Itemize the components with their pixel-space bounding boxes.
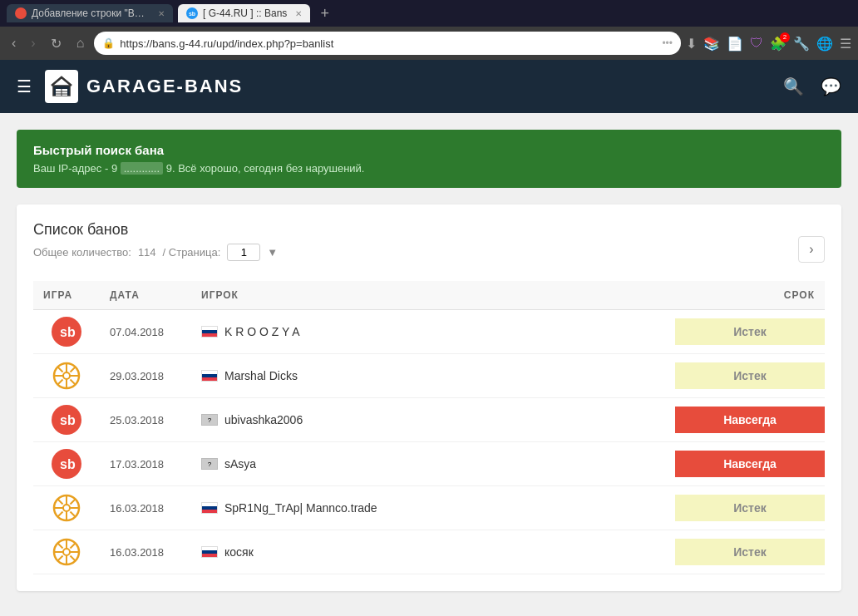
date-cell: 16.03.2018 [100,530,191,574]
game-cell: sb [33,398,100,442]
table-row[interactable]: sb 25.03.2018 ? ubivashka2006 Навсегда [33,398,825,442]
addon-icon[interactable]: 🧩2 [770,36,786,52]
chat-icon[interactable]: 💬 [821,76,841,96]
player-info: K R O O Z Y A [201,325,665,338]
tab-icon-1 [15,7,27,19]
svg-line-36 [71,544,76,549]
table-row[interactable]: sb 17.03.2018 ? sAsya Навсегда [33,442,825,486]
card-meta: Общее количество: 114 / Страница: ▼ [33,244,278,261]
status-badge: Истек [675,362,825,389]
player-info: ? sAsya [201,457,665,471]
status-cell: Навсегда [675,442,825,486]
svg-point-29 [63,549,70,555]
ip-status-text: Всё хорошо, сегодня без нарушений. [178,162,364,175]
game-cell [33,486,100,530]
svg-line-34 [58,544,63,549]
reader-icon[interactable]: 📄 [727,36,743,52]
ip-banner-text: Ваш IP-адрес - 9 ............ 9. Всё хор… [33,162,825,175]
tab-label-1: Добавление строки "Вы заба... [32,7,150,19]
logo[interactable]: GARAGE-BANS [45,70,243,103]
table-row[interactable]: 16.03.2018 косяк Истек [33,530,825,574]
player-name: SpR1Ng_TrAp| Mannco.trade [224,501,377,515]
svg-point-7 [63,372,70,379]
ip-text-prefix: Ваш IP-адрес - 9 [33,162,117,175]
table-header: ИГРА ДАТА ИГРОК СРОК [33,281,825,310]
tab-2[interactable]: sb [ G-44.RU ] :: Bans ✕ [178,4,310,22]
player-name: Marshal Dicks [224,369,298,382]
player-name: sAsya [224,457,256,471]
hamburger-menu[interactable]: ☰ [17,76,32,96]
date-cell: 25.03.2018 [100,398,191,442]
back-button[interactable]: ‹ [7,34,21,52]
address-more[interactable]: ••• [662,37,673,49]
forward-button[interactable]: › [26,34,40,52]
game-cell: sb [33,442,100,486]
player-cell: ? ubivashka2006 [191,398,675,442]
browser-actions: ⬇ 📚 📄 🛡 🧩2 🔧 🌐 ☰ [686,36,851,52]
player-cell: K R O O Z Y A [191,310,675,354]
table-row[interactable]: sb 07.04.2018 K R O O Z Y A Истек [33,310,825,354]
flag-unknown: ? [201,458,218,470]
sb-icon: sb [52,449,81,479]
logo-icon [45,70,78,103]
page-dropdown-icon[interactable]: ▼ [267,246,278,259]
tab-close-1[interactable]: ✕ [158,9,165,18]
svg-line-35 [71,556,76,561]
page-label: / Страница: [163,246,221,259]
col-player: ИГРОК [191,281,675,310]
status-cell: Истек [675,310,825,354]
svg-line-24 [58,500,63,505]
status-badge: Навсегда [675,407,825,433]
ip-hidden: ............ [121,162,163,175]
search-icon[interactable]: 🔍 [783,76,804,96]
site-header: ☰ GARAGE-BANS 🔍 💬 [0,60,858,113]
tab-add-button[interactable]: + [315,5,334,22]
table-row[interactable]: 29.03.2018 Marshal Dicks Истек [33,354,825,398]
table-row[interactable]: 16.03.2018 SpR1Ng_TrAp| Mannco.trade Ист… [33,486,825,530]
extension-icon[interactable]: 🔧 [793,36,810,52]
shield-icon[interactable]: 🛡 [750,36,763,51]
next-page-button[interactable]: › [798,236,825,263]
extension2-icon[interactable]: 🌐 [816,36,833,52]
status-cell: Навсегда [675,398,825,442]
page-input[interactable] [227,244,260,261]
player-info: Marshal Dicks [201,369,665,382]
svg-line-26 [71,500,76,505]
tab-label-2: [ G-44.RU ] :: Bans [203,7,287,19]
logo-text: GARAGE-BANS [86,76,243,97]
flag-ru [201,546,218,558]
wheel-icon [52,537,81,567]
total-value: 114 [138,246,156,259]
url-text: https://bans.g-44.ru/upd/index.php?p=ban… [120,37,657,50]
player-name: K R O O Z Y A [224,325,300,338]
address-bar[interactable]: 🔒 https://bans.g-44.ru/upd/index.php?p=b… [94,32,681,55]
player-cell: ? sAsya [191,442,675,486]
player-cell: косяк [191,530,675,574]
bookmarks-icon[interactable]: 📚 [703,36,720,52]
tab-close-2[interactable]: ✕ [295,9,302,18]
col-date: ДАТА [100,281,191,310]
game-cell [33,530,100,574]
svg-text:sb: sb [60,413,76,427]
svg-text:sb: sb [60,457,76,471]
tab-icon-2: sb [186,7,198,19]
svg-line-27 [58,512,63,517]
menu-icon[interactable]: ☰ [840,36,851,52]
status-cell: Истек [675,354,825,398]
reload-button[interactable]: ↻ [46,34,67,53]
player-info: ? ubivashka2006 [201,413,665,426]
wheel-icon [52,361,81,391]
player-info: SpR1Ng_TrAp| Mannco.trade [201,501,665,515]
col-duration: СРОК [675,281,825,310]
header-actions: 🔍 💬 [783,76,841,96]
status-badge: Истек [675,539,825,565]
sb-icon: sb [52,405,81,435]
player-name: ubivashka2006 [224,413,303,426]
home-button[interactable]: ⌂ [72,34,90,52]
tab-1[interactable]: Добавление строки "Вы заба... ✕ [7,4,173,22]
flag-ru [201,502,218,514]
flag-ru [201,370,218,382]
ip-banner-title: Быстрый поиск бана [33,143,825,157]
bans-card: Список банов Общее количество: 114 / Стр… [17,205,841,591]
download-icon[interactable]: ⬇ [686,36,697,52]
